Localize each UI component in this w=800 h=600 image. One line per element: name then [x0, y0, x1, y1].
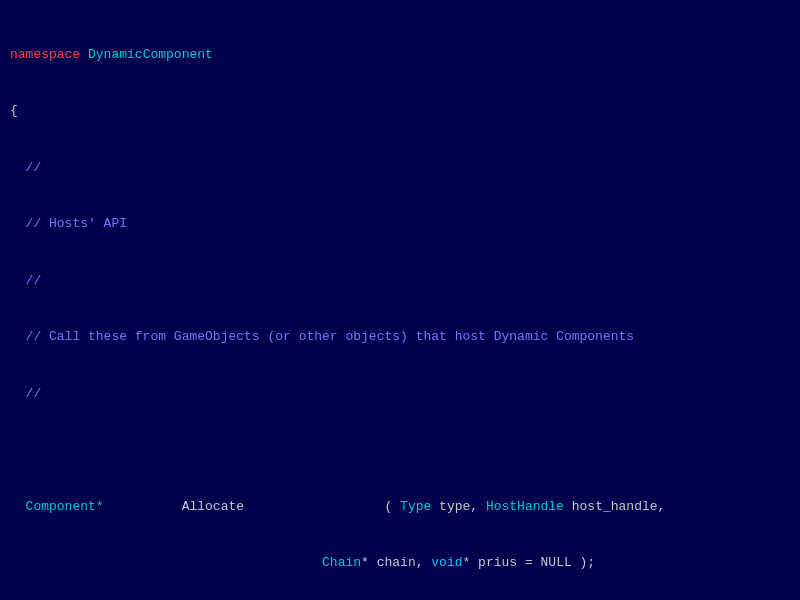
code-line-brace-open: { [10, 102, 790, 121]
code-line-comment1: // [10, 159, 790, 178]
code-line-namespace: namespace DynamicComponent [10, 46, 790, 65]
code-line-comment3: // [10, 272, 790, 291]
code-line-blank1 [10, 441, 790, 460]
code-line-comment2: // Hosts' API [10, 215, 790, 234]
keyword-namespace: namespace [10, 47, 80, 62]
code-line-allocate2: Chain* chain, void* prius = NULL ); [10, 554, 790, 573]
code-line-allocate: Component* Allocate ( Type type, HostHan… [10, 498, 790, 517]
code-editor: namespace DynamicComponent { // // Hosts… [10, 8, 790, 600]
classname-dynamic: DynamicComponent [80, 47, 213, 62]
code-line-comment5: // [10, 385, 790, 404]
code-line-comment4: // Call these from GameObjects (or other… [10, 328, 790, 347]
